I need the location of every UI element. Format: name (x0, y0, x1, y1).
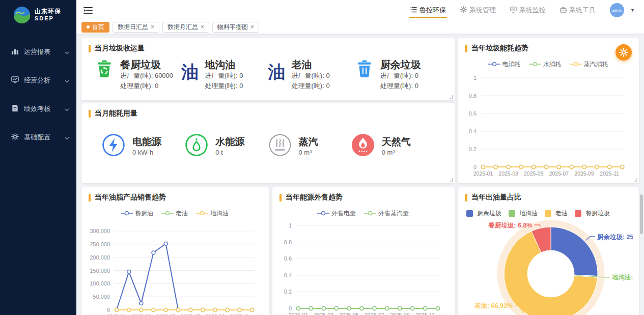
topnav-item-system-monitor[interactable]: 系统监控 (510, 0, 546, 20)
svg-text:2025-03: 2025-03 (498, 170, 518, 177)
svg-text:2025-01: 2025-01 (473, 170, 493, 177)
legend-item[interactable]: 餐厨油 (121, 209, 153, 218)
card-title-text: 当年能源外售趋势 (286, 193, 343, 202)
monitor-icon (510, 7, 517, 14)
waste-items-row: 餐厨垃圾 进厂量(吨): 60000 处理量(吨): 0 油 地沟油 进厂量(吨… (81, 55, 455, 91)
waste-in-line: 进厂量(吨): 0 (205, 71, 243, 81)
svg-text:50,000: 50,000 (93, 294, 110, 300)
svg-text:餐厨垃圾: 6.8%: 餐厨垃圾: 6.8% (488, 222, 532, 229)
svg-text:2025-11: 2025-11 (415, 312, 435, 315)
legend-item[interactable]: 地沟油 (509, 209, 538, 218)
user-avatar[interactable]: admin (610, 3, 624, 17)
svg-text:0.6: 0.6 (284, 255, 292, 262)
sidebar: 山东环保 SDEP 运营报表 经营分析 绩效考核 基础配置 (0, 0, 76, 315)
legend-item[interactable]: 水消耗 (529, 60, 562, 69)
legend-item[interactable]: 餐厨垃圾 (575, 209, 610, 218)
sidebar-fold-icon[interactable] (83, 7, 93, 14)
legend-item[interactable]: 外售蒸汽量 (364, 209, 409, 218)
tab-bar: 首页 数据日汇总 × 数据月汇总 × 物料平衡图 × (76, 20, 644, 34)
monitor-chart-icon (11, 76, 19, 85)
topnav-item-lukong[interactable]: 鲁控环保 (410, 0, 446, 20)
chevron-down-icon (65, 48, 69, 56)
tab-label: 数据日汇总 (118, 23, 148, 31)
sidebar-item-performance-assessment[interactable]: 绩效考核 (0, 95, 76, 123)
chevron-down-icon (65, 134, 69, 141)
waste-item-food-waste: 厨余垃圾 进厂量(吨): 0 处理量(吨): 0 (355, 59, 441, 91)
user-dropdown-caret-icon[interactable]: ▼ (630, 8, 635, 13)
card-resize-handle[interactable] (450, 178, 453, 182)
legend-item[interactable]: 老油 (161, 209, 188, 218)
title-accent-bar (89, 110, 91, 118)
energy-item-electric: 电能源 0 kW·h (102, 133, 185, 159)
top-menu: 鲁控环保 系统管理 系统监控 系统工具 admin ▼ (410, 0, 644, 20)
card-title: 当月垃圾收运量 (81, 38, 455, 55)
svg-text:地沟油: 0....: 地沟油: 0.... (611, 274, 633, 281)
energy-item-water: 水能源 0 t (185, 133, 268, 159)
topnav-item-label: 系统监控 (519, 6, 546, 15)
card-resize-handle[interactable] (634, 178, 637, 182)
energy-item-value: 0 kW·h (132, 149, 161, 156)
topnav-item-label: 系统管理 (469, 6, 496, 15)
svg-text:1: 1 (289, 222, 292, 228)
card-title-text: 当月能耗用量 (95, 109, 137, 118)
list-icon (410, 7, 417, 14)
svg-text:0.4: 0.4 (284, 272, 292, 278)
energy-item-name: 水能源 (215, 136, 244, 149)
legend-item[interactable]: 地沟油 (196, 209, 229, 218)
card-title-text: 当年油脂产品销售趋势 (95, 193, 166, 202)
sidebar-item-business-analysis[interactable]: 经营分析 (0, 66, 76, 95)
title-accent-bar (465, 45, 467, 52)
close-icon[interactable]: × (201, 23, 204, 31)
card-monthly-waste-collection: 当月垃圾收运量 餐厨垃圾 进厂量(吨): 60000 处理量(吨): 0 油 地… (81, 38, 455, 100)
sidebar-item-basic-configuration[interactable]: 基础配置 (0, 123, 76, 152)
tab-home[interactable]: 首页 (81, 22, 109, 33)
waste-item-gutter-oil: 油 地沟油 进厂量(吨): 0 处理量(吨): 0 (181, 59, 268, 91)
topnav-item-system-tools[interactable]: 系统工具 (560, 0, 596, 20)
svg-text:老油: 66.93%: 老油: 66.93% (474, 302, 513, 309)
tab-daily-summary[interactable]: 数据日汇总 × (113, 22, 159, 33)
waste-item-name: 餐厨垃圾 (120, 59, 173, 71)
svg-text:0.2: 0.2 (284, 289, 292, 295)
legend-item[interactable]: 外售电量 (317, 209, 356, 218)
card-resize-handle[interactable] (450, 95, 453, 99)
svg-text:2025-09: 2025-09 (574, 170, 594, 177)
svg-text:0.4: 0.4 (469, 128, 477, 134)
svg-text:2025-01: 2025-01 (289, 312, 309, 315)
gas-flame-icon (351, 133, 375, 159)
settings-gear-button[interactable] (615, 44, 632, 61)
legend-item[interactable]: 厨余垃圾 (466, 209, 501, 218)
svg-text:300,000: 300,000 (90, 228, 110, 234)
tab-material-balance[interactable]: 物料平衡图 × (212, 22, 259, 33)
card-annual-oil-output-share: 当年出油量占比 厨余垃圾地沟油老油餐厨垃圾厨余垃圾: 25.8...地沟油: 0… (458, 187, 639, 315)
svg-text:0.8: 0.8 (284, 239, 292, 245)
energy-item-steam: 蒸汽 0 m³ (268, 133, 351, 159)
chevron-down-icon (65, 105, 69, 113)
sidebar-item-operation-reports[interactable]: 运营报表 (0, 38, 76, 66)
brand-logo-icon (13, 6, 31, 23)
svg-text:0: 0 (107, 307, 110, 313)
title-accent-bar (279, 194, 282, 202)
svg-text:0.2: 0.2 (469, 146, 477, 152)
energy-item-gas: 天然气 0 m³ (351, 133, 434, 159)
top-header: 鲁控环保 系统管理 系统监控 系统工具 admin ▼ (76, 0, 644, 20)
close-icon[interactable]: × (250, 23, 254, 31)
card-annual-waste-energy-trend: 当年垃圾能耗趋势 电消耗水消耗蒸汽消耗00.20.40.60.812025-01… (458, 38, 639, 183)
svg-text:2025-05: 2025-05 (339, 312, 359, 315)
legend-item[interactable]: 老油 (545, 209, 568, 218)
card-title: 当年出油量占比 (458, 187, 639, 204)
svg-text:150,000: 150,000 (90, 268, 110, 274)
title-accent-bar (89, 194, 91, 202)
legend-item[interactable]: 蒸汽消耗 (570, 60, 608, 69)
card-monthly-energy-usage: 当月能耗用量 电能源 0 kW·h 水能源 0 t 蒸汽 0 m³ (81, 103, 455, 183)
scrollbar-thumb[interactable] (640, 194, 643, 234)
topnav-item-system-management[interactable]: 系统管理 (460, 0, 496, 20)
card-title-text: 当年垃圾能耗趋势 (471, 44, 528, 53)
tab-monthly-summary[interactable]: 数据月汇总 × (162, 22, 209, 33)
svg-text:100,000: 100,000 (90, 280, 110, 287)
close-icon[interactable]: × (151, 23, 154, 31)
legend-item[interactable]: 电消耗 (488, 60, 521, 69)
waste-out-line: 处理量(吨): 0 (292, 81, 330, 91)
document-icon (11, 104, 19, 113)
card-annual-oil-product-sales-trend: 当年油脂产品销售趋势 餐厨油老油地沟油050,000100,000150,000… (81, 187, 269, 315)
tab-label: 物料平衡图 (217, 23, 248, 31)
